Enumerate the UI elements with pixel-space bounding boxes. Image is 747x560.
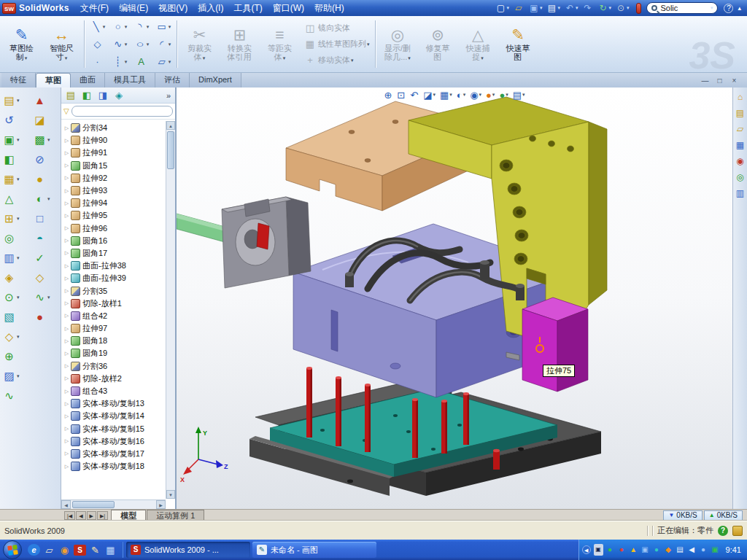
left-tool-button[interactable]: ⊘ <box>33 149 50 169</box>
feature-tree-item[interactable]: ▷ 拉伸97 <box>63 322 166 335</box>
show-desktop-icon[interactable]: ▱ <box>43 545 55 556</box>
left-tool-button[interactable]: ● <box>33 169 50 189</box>
feature-tree-item[interactable]: ▷ 实体-移动/复制18 <box>63 460 166 472</box>
feature-tree-item[interactable]: ▷ 圆角18 <box>63 335 166 347</box>
scroll-thumb[interactable] <box>167 131 174 169</box>
expand-arrow-icon[interactable]: ▷ <box>63 125 71 131</box>
appearances-icon[interactable]: ◉ <box>736 156 743 166</box>
expand-arrow-icon[interactable]: ▷ <box>63 225 71 231</box>
tray-icon-8[interactable]: ● <box>699 544 708 556</box>
feature-tree-item[interactable]: ▷ 圆角15 <box>63 160 166 172</box>
menu-item[interactable]: 编辑(E) <box>114 0 153 16</box>
menu-item[interactable]: 工具(T) <box>228 0 267 16</box>
left-tool-button[interactable]: ▦ ▾ <box>2 169 20 189</box>
left-tool-button[interactable]: ◐ ▾ <box>33 189 50 209</box>
expand-arrow-icon[interactable]: ▷ <box>63 351 71 357</box>
expand-arrow-icon[interactable]: ▷ <box>63 451 71 456</box>
expand-arrow-icon[interactable]: ▷ <box>63 213 71 219</box>
left-tool-button[interactable]: ∿ <box>2 386 20 405</box>
linear-sketch-pattern-button[interactable]: ▦ 线性草图阵列 ▾ <box>301 36 373 52</box>
tray-icon-2[interactable]: ● <box>617 544 627 556</box>
expand-arrow-icon[interactable]: ▷ <box>63 426 71 432</box>
feature-tree-item[interactable]: ▷ 拉伸95 <box>63 209 166 222</box>
expand-arrow-icon[interactable]: ▷ <box>63 263 71 269</box>
left-tool-button[interactable]: ⊞ ▾ <box>2 209 20 228</box>
left-tool-button[interactable]: ✓ <box>33 248 50 268</box>
feature-tree-item[interactable]: ▷ 分割34 <box>63 122 166 134</box>
scroll-down-button[interactable]: ▼ <box>166 490 175 499</box>
feature-tree-item[interactable]: ▷ 切除-放样2 <box>63 373 166 385</box>
tab-mold-tools[interactable]: 模具工具 <box>105 73 155 88</box>
menu-item[interactable]: 帮助(H) <box>309 0 349 16</box>
motion-study-tab[interactable]: 运动算例 1 <box>147 510 204 521</box>
expand-arrow-icon[interactable]: ▷ <box>63 138 71 144</box>
expand-arrow-icon[interactable]: ▷ <box>63 326 71 332</box>
feature-tree-item[interactable]: ▷ 圆角19 <box>63 347 166 359</box>
tray-icon-7[interactable]: ▤ <box>676 544 685 556</box>
doc-restore-button[interactable]: □ <box>714 77 725 85</box>
feature-tree-item[interactable]: ▷ 曲面-拉伸39 <box>63 272 166 284</box>
media-player-icon[interactable]: ◉ <box>58 545 71 556</box>
tab-features[interactable]: 特征 <box>1 73 36 88</box>
internet-explorer-icon[interactable]: e <box>28 544 40 556</box>
line-tool[interactable]: ╲ ▾ <box>87 18 109 36</box>
feature-tree-item[interactable]: ▷ 实体-移动/复制15 <box>63 423 166 435</box>
model-tab[interactable]: 模型 <box>111 510 146 521</box>
construction-geometry-tool[interactable]: ▱ ▾ <box>152 53 174 71</box>
part-side-core[interactable] <box>522 298 588 392</box>
expand-arrow-icon[interactable]: ▷ <box>63 300 71 306</box>
left-tool-button[interactable]: ⊙ ▾ <box>2 287 20 307</box>
expand-arrow-icon[interactable]: ▷ <box>63 464 71 470</box>
configurationmanager-tab-icon[interactable]: ◨ <box>95 90 111 101</box>
doc-close-button[interactable]: × <box>729 77 740 85</box>
filter-funnel-icon[interactable]: ▽ <box>63 107 69 115</box>
file-explorer-icon[interactable]: ▱ <box>737 124 743 134</box>
menu-item[interactable]: 插入(I) <box>193 0 228 16</box>
feature-tree-item[interactable]: ▷ 拉伸94 <box>63 197 166 209</box>
menu-item[interactable]: 文件(F) <box>75 0 114 16</box>
tray-icon-1[interactable]: ● <box>605 544 615 556</box>
model-3d-view[interactable]: Y X Z <box>177 88 732 509</box>
sketch-button[interactable]: ✎ 草图绘 制▾ <box>1 18 42 71</box>
rapid-sketch-button[interactable]: ✎ 快速草 图 <box>498 18 538 71</box>
expand-arrow-icon[interactable]: ▷ <box>63 163 71 168</box>
toolbar-flyout-handle[interactable] <box>636 3 641 14</box>
tree-vertical-scrollbar[interactable]: ▲ ▼ <box>166 121 175 499</box>
spline-tool[interactable]: ∿ ▾ <box>109 36 131 53</box>
expand-arrow-icon[interactable]: ▷ <box>63 338 71 344</box>
collapse-chevron-icon[interactable]: ▴ <box>738 4 741 12</box>
left-tool-button[interactable]: ∿ ▾ <box>33 287 50 307</box>
expand-arrow-icon[interactable]: ▷ <box>63 288 71 294</box>
undo-button[interactable]: ↶ ▾ <box>562 3 581 13</box>
display-style-icon[interactable]: ◐ ▾ <box>455 88 467 101</box>
smart-dimension-button[interactable]: ↔ 智能尺 寸▾ <box>42 18 82 71</box>
display-delete-relations-button[interactable]: ◎ 显示/删 除几...▾ <box>378 18 418 71</box>
offset-entities-button[interactable]: ≡ 等距实 体▾ <box>260 18 300 71</box>
rectangle-tool[interactable]: ▭ ▾ <box>152 18 174 36</box>
expand-arrow-icon[interactable]: ▷ <box>63 188 71 194</box>
view-settings-icon[interactable]: ▤ ▾ <box>511 88 527 101</box>
expand-arrow-icon[interactable]: ▷ <box>63 150 71 156</box>
scroll-track[interactable] <box>71 500 156 509</box>
quick-snaps-button[interactable]: △ 快速捕 捉▾ <box>458 18 498 71</box>
explorer-icon[interactable]: ▦ <box>104 545 117 556</box>
quick-tips-button[interactable]: ? <box>718 526 728 536</box>
text-tool[interactable]: A <box>131 53 152 71</box>
search-dropdown-icon[interactable]: ▾ <box>711 5 713 11</box>
point-tool[interactable]: ∙ <box>87 53 109 71</box>
expand-arrow-icon[interactable]: ▷ <box>63 438 71 444</box>
tray-collapse-icon[interactable]: ◀ <box>582 545 591 554</box>
search-input[interactable]: Solic <box>660 4 709 12</box>
custom-properties-icon[interactable]: ▥ <box>736 188 744 198</box>
zoom-area-icon[interactable]: ⊡ <box>395 88 407 101</box>
tree-horizontal-scrollbar[interactable]: ◀ ▶ <box>61 499 166 509</box>
tree-filter-input[interactable] <box>71 106 173 117</box>
expand-arrow-icon[interactable]: ▷ <box>63 276 71 281</box>
open-button[interactable]: ▱ <box>511 3 527 13</box>
feature-tree-item[interactable]: ▷ 拉伸93 <box>63 184 166 197</box>
feature-tree-item[interactable]: ▷ 分割35 <box>63 284 166 297</box>
next-tab-button[interactable]: ▶ <box>87 511 96 520</box>
feature-tree-item[interactable]: ▷ 切除-放样1 <box>63 298 166 310</box>
search-box[interactable]: Solic ▾ <box>646 2 718 14</box>
section-view-icon[interactable]: ◪ ▾ <box>422 88 437 101</box>
